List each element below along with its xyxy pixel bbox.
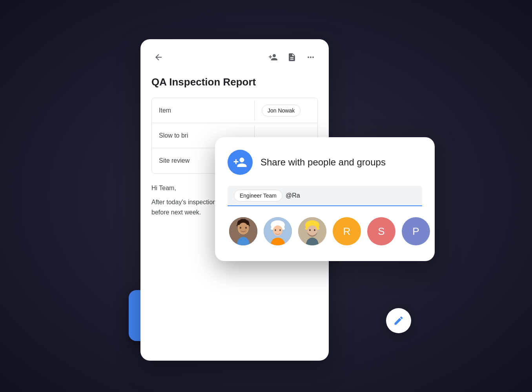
table-cell-item-label: Item — [152, 101, 255, 120]
avatar-person-3[interactable] — [298, 217, 326, 245]
engineer-team-chip[interactable]: Engineer Team — [234, 190, 282, 201]
edit-fab-button[interactable] — [386, 308, 411, 333]
svg-point-10 — [279, 229, 281, 231]
share-input[interactable] — [286, 192, 416, 199]
add-person-icon[interactable] — [266, 50, 280, 64]
back-button[interactable] — [151, 50, 166, 64]
svg-point-15 — [309, 229, 311, 231]
share-avatars: R S P — [228, 217, 422, 245]
svg-point-4 — [245, 227, 247, 229]
share-icon-circle — [228, 150, 253, 175]
avatar-p[interactable]: P — [402, 217, 430, 245]
scene: QA Inspection Report Item Jon Nowak Slow… — [89, 27, 443, 365]
svg-point-16 — [314, 229, 315, 231]
share-dialog: Share with people and groups Engineer Te… — [215, 137, 435, 261]
avatar-person-2[interactable] — [264, 217, 292, 245]
assignee-chip[interactable]: Jon Nowak — [262, 105, 301, 116]
document-title: QA Inspection Report — [140, 72, 329, 98]
avatar-r[interactable]: R — [333, 217, 361, 245]
doc-header — [140, 39, 329, 72]
svg-point-3 — [240, 227, 241, 229]
doc-actions — [266, 50, 318, 64]
more-options-icon[interactable] — [304, 50, 318, 64]
svg-point-9 — [275, 229, 276, 231]
table-row: Item Jon Nowak — [152, 98, 317, 123]
document-icon[interactable] — [285, 50, 299, 64]
svg-point-8 — [273, 225, 282, 236]
share-header: Share with people and groups — [228, 150, 422, 175]
share-title: Share with people and groups — [261, 157, 386, 168]
table-cell-assignee: Jon Nowak — [255, 98, 317, 123]
avatar-person-1[interactable] — [229, 217, 257, 245]
share-input-container[interactable]: Engineer Team — [228, 186, 422, 206]
avatar-s[interactable]: S — [367, 217, 395, 245]
